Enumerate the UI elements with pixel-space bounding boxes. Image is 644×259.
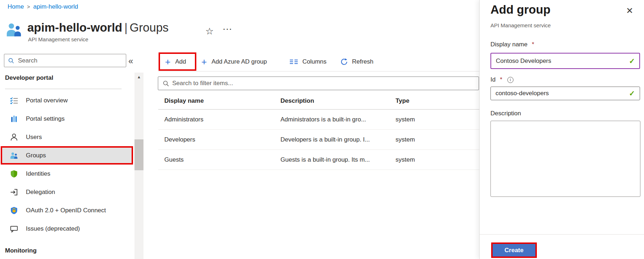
breadcrumb-current-link[interactable]: apim-hello-world — [33, 3, 78, 10]
column-header-type: Type — [396, 93, 467, 109]
filter-input[interactable] — [172, 80, 474, 87]
plus-icon: + — [201, 57, 207, 66]
table-row-developers[interactable]: Developers Developers is a built-in grou… — [158, 130, 479, 150]
panel-title: Add group — [490, 3, 551, 17]
columns-icon — [290, 59, 298, 65]
sidebar-item-issues[interactable]: Issues (deprecated) — [0, 219, 134, 238]
favorite-star-icon[interactable]: ☆ — [205, 26, 214, 37]
toolbar-divider — [158, 71, 479, 71]
description-label: Description — [490, 110, 521, 117]
sidebar-section-monitoring: Monitoring — [5, 247, 37, 254]
display-name-input[interactable] — [490, 53, 640, 69]
sidebar-item-label: Delegation — [26, 189, 55, 196]
table-row-administrators[interactable]: Administrators Administrators is a built… — [158, 110, 479, 130]
create-button-highlight: Create — [491, 242, 537, 258]
required-asterisk: * — [532, 41, 534, 48]
column-header-description: Description — [280, 93, 392, 109]
sidebar-item-label: OAuth 2.0 + OpenID Connect — [26, 207, 106, 214]
sidebar-search-input[interactable] — [18, 57, 122, 64]
refresh-icon — [340, 58, 348, 66]
sidebar-item-portal-settings[interactable]: Portal settings — [0, 110, 134, 128]
identities-shield-icon — [10, 170, 18, 178]
plus-icon: + — [165, 57, 170, 66]
sidebar-item-groups[interactable]: Groups — [1, 146, 133, 165]
panel-footer-divider — [480, 234, 644, 235]
table-row-guests[interactable]: Guests Guests is a built-in group. Its m… — [158, 150, 479, 170]
sidebar-item-label: Groups — [26, 152, 46, 159]
more-options-icon[interactable]: … — [222, 21, 233, 32]
page-title-blade: Groups — [130, 21, 169, 34]
sidebar-item-portal-overview[interactable]: Portal overview — [0, 91, 134, 110]
sidebar-collapse-icon[interactable]: « — [128, 56, 133, 66]
sidebar-item-label: Portal overview — [26, 97, 68, 104]
row-type: system — [396, 130, 467, 149]
display-name-label: Display name* — [490, 41, 534, 48]
id-input[interactable] — [490, 87, 640, 100]
portal-settings-icon — [10, 115, 18, 123]
row-display-name: Developers — [164, 130, 272, 149]
search-icon — [163, 80, 169, 87]
groups-resource-icon — [6, 22, 22, 38]
row-description: Developers is a built-in group. I... — [280, 130, 392, 149]
sidebar-item-oauth[interactable]: OAuth 2.0 + OpenID Connect — [0, 201, 134, 219]
search-icon — [8, 57, 14, 64]
oauth-shield-lock-icon — [10, 207, 18, 214]
id-label: Id* i — [490, 76, 513, 83]
page-title: apim-hello-world|Groups — [27, 20, 169, 35]
id-label-text: Id — [490, 76, 495, 83]
row-type: system — [396, 110, 467, 129]
filter-search — [158, 77, 479, 90]
id-field: ✓ — [490, 87, 640, 100]
description-label-text: Description — [490, 110, 521, 117]
delegation-icon — [10, 188, 18, 196]
sidebar-item-users[interactable]: Users — [0, 128, 134, 146]
sidebar-scrollbar[interactable]: ▲ — [134, 73, 143, 259]
row-description: Administrators is a built-in gro... — [280, 110, 392, 129]
add-azure-ad-group-label: Add Azure AD group — [211, 58, 267, 65]
sidebar-section-divider — [5, 89, 122, 89]
valid-check-icon: ✓ — [629, 89, 635, 98]
panel-subtitle: API Management service — [490, 22, 551, 28]
valid-check-icon: ✓ — [629, 57, 635, 65]
close-icon[interactable]: ✕ — [626, 6, 633, 16]
add-button-label: Add — [175, 58, 186, 65]
refresh-button[interactable]: Refresh — [340, 52, 374, 71]
sidebar-item-label: Users — [26, 134, 42, 141]
page-title-separator: | — [122, 21, 130, 34]
sidebar-item-delegation[interactable]: Delegation — [0, 183, 134, 201]
page-title-resource: apim-hello-world — [27, 21, 122, 34]
sidebar-item-label: Identities — [26, 170, 50, 177]
sidebar-search — [4, 54, 126, 67]
sidebar-item-label: Portal settings — [26, 115, 65, 122]
groups-icon — [10, 152, 18, 159]
row-type: system — [396, 150, 467, 170]
sidebar-item-identities[interactable]: Identities — [0, 165, 134, 183]
page-subtitle: API Management service — [28, 36, 88, 42]
info-icon[interactable]: i — [507, 77, 513, 83]
display-name-label-text: Display name — [490, 41, 527, 48]
add-azure-ad-group-button[interactable]: + Add Azure AD group — [201, 52, 267, 71]
row-display-name: Guests — [164, 150, 272, 170]
scrollbar-thumb[interactable] — [134, 139, 143, 170]
sidebar-section-developer-portal: Developer portal — [5, 74, 53, 82]
breadcrumb-separator-icon: > — [27, 4, 30, 10]
portal-overview-icon — [10, 97, 18, 105]
add-button[interactable]: + Add — [159, 52, 196, 71]
sidebar-item-label: Issues (deprecated) — [26, 225, 80, 232]
breadcrumb-home-link[interactable]: Home — [8, 3, 24, 10]
users-icon — [10, 133, 18, 141]
display-name-field: ✓ — [490, 53, 640, 69]
row-description: Guests is a built-in group. Its m... — [280, 150, 392, 170]
scrollbar-up-arrow-icon[interactable]: ▲ — [134, 75, 143, 79]
row-display-name: Administrators — [164, 110, 272, 129]
issues-speech-bubble-icon — [10, 225, 18, 233]
add-group-panel: Add group ✕ API Management service Displ… — [479, 0, 644, 259]
columns-button[interactable]: Columns — [290, 52, 326, 71]
column-header-display-name: Display name — [164, 93, 272, 109]
breadcrumb: Home > apim-hello-world — [8, 3, 78, 10]
description-textarea[interactable] — [490, 121, 640, 197]
required-asterisk: * — [500, 76, 502, 83]
columns-label: Columns — [302, 58, 326, 65]
create-button[interactable]: Create — [493, 244, 535, 256]
refresh-label: Refresh — [352, 58, 374, 65]
